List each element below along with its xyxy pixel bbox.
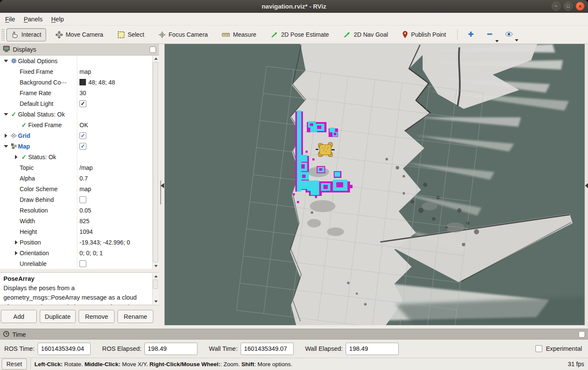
dropdown-arrow-icon[interactable]: [515, 39, 518, 41]
close-button[interactable]: ×: [576, 2, 585, 11]
scroll-up-icon[interactable]: [153, 55, 159, 61]
triangle-right-icon[interactable]: [13, 155, 20, 159]
property-value[interactable]: ✓: [77, 130, 152, 141]
property-value[interactable]: 48; 48; 48: [77, 77, 152, 87]
property-value[interactable]: 0.05: [77, 205, 152, 216]
tree-row-status-ok[interactable]: ✓Status: Ok: [0, 151, 152, 162]
triangle-down-icon[interactable]: [3, 113, 9, 116]
titlebar[interactable]: navigation.rviz* - RViz −□×: [0, 0, 588, 13]
wall-elapsed-input[interactable]: [346, 343, 399, 355]
tree-row-width[interactable]: Width825: [0, 216, 152, 226]
panel-float-button[interactable]: [579, 331, 585, 338]
toolbar-drag-handle[interactable]: [1, 29, 4, 41]
tool-2d-pose-estimate[interactable]: 2D Pose Estimate: [266, 28, 334, 41]
tool-select[interactable]: Select: [113, 28, 149, 41]
triangle-down-icon[interactable]: [3, 60, 9, 62]
triangle-right-icon[interactable]: [13, 240, 20, 245]
property-checkbox[interactable]: ✓: [79, 100, 86, 107]
tree-row-fixed-frame[interactable]: Fixed Framemap: [0, 66, 152, 77]
property-value[interactable]: 30: [77, 87, 152, 98]
tree-row-map[interactable]: Map✓: [0, 141, 152, 151]
scroll-up-icon[interactable]: [153, 273, 159, 279]
experimental-checkbox[interactable]: [535, 345, 542, 352]
3d-viewport[interactable]: [165, 44, 585, 325]
remove-tool-button[interactable]: [482, 29, 497, 41]
scroll-down-icon[interactable]: [153, 298, 159, 304]
triangle-right-icon[interactable]: [13, 251, 20, 255]
right-panel-splitter[interactable]: [585, 44, 588, 325]
collapse-left-icon[interactable]: [161, 183, 164, 188]
property-checkbox[interactable]: [79, 196, 86, 203]
property-value[interactable]: -19.343; -42.996; 0: [77, 237, 152, 248]
property-value[interactable]: [77, 194, 152, 205]
tree-row-alpha[interactable]: Alpha0.7: [0, 173, 152, 184]
property-value[interactable]: 825: [77, 216, 152, 226]
property-value[interactable]: map: [77, 66, 152, 77]
panel-horizontal-splitter[interactable]: [0, 269, 159, 272]
dropdown-arrow-icon[interactable]: [495, 40, 499, 42]
tool-interact[interactable]: Interact: [6, 28, 46, 41]
property-value[interactable]: ✓: [77, 141, 152, 151]
property-checkbox[interactable]: [79, 260, 86, 267]
description-scrollbar[interactable]: [152, 273, 159, 304]
collapse-right-icon[interactable]: [585, 183, 588, 188]
tree-row-color-scheme[interactable]: Color Schememap: [0, 184, 152, 194]
menu-item-panels[interactable]: Panels: [24, 16, 42, 23]
tool-focus-camera[interactable]: Focus Camera: [154, 28, 213, 41]
tree-row-resolution[interactable]: Resolution0.05: [0, 205, 152, 216]
rename-button[interactable]: Rename: [118, 310, 153, 323]
tool-2d-nav-goal[interactable]: 2D Nav Goal: [338, 28, 393, 41]
tree-row-unreliable[interactable]: Unreliable: [0, 258, 152, 269]
menu-item-file[interactable]: File: [5, 16, 15, 23]
wall-time-input[interactable]: [241, 343, 294, 355]
minimize-button[interactable]: −: [552, 2, 561, 11]
property-value[interactable]: OK: [77, 119, 152, 130]
panel-float-button[interactable]: [150, 47, 156, 53]
ros-time-input[interactable]: [38, 343, 91, 355]
tool-measure[interactable]: Measure: [217, 28, 261, 41]
tree-row-frame-rate[interactable]: Frame Rate30: [0, 87, 152, 98]
reset-button[interactable]: Reset: [2, 358, 27, 370]
more-information-link[interactable]: More Information: [89, 303, 136, 305]
experimental-toggle[interactable]: Experimental: [535, 345, 582, 352]
property-value[interactable]: [77, 258, 152, 269]
property-checkbox[interactable]: ✓: [79, 132, 86, 139]
tree-row-height[interactable]: Height1094: [0, 226, 152, 237]
scrollbar-thumb[interactable]: [153, 280, 158, 289]
tree-row-default-light[interactable]: Default Light✓: [0, 98, 152, 109]
panel-vertical-splitter[interactable]: [159, 44, 165, 329]
property-value[interactable]: map: [77, 184, 152, 194]
remove-button[interactable]: Remove: [79, 310, 115, 323]
property-value[interactable]: 0.7: [77, 173, 152, 184]
property-value[interactable]: 1094: [77, 226, 152, 237]
tool-move-camera[interactable]: Move Camera: [51, 28, 108, 41]
displays-panel-header[interactable]: Displays: [0, 44, 159, 55]
property-value[interactable]: 0; 0; 0; 1: [77, 248, 152, 258]
tree-row-global-options[interactable]: Global Options: [0, 55, 152, 66]
tree-row-grid[interactable]: Grid✓: [0, 130, 152, 141]
tree-row-topic[interactable]: Topic/map: [0, 162, 152, 173]
tree-row-background-co[interactable]: Background Co⋯48; 48; 48: [0, 77, 152, 87]
property-value[interactable]: ✓: [77, 98, 152, 109]
add-tool-button[interactable]: [464, 29, 478, 41]
property-checkbox[interactable]: ✓: [79, 143, 86, 150]
triangle-right-icon[interactable]: [3, 134, 9, 138]
tree-row-global-status-ok[interactable]: ✓Global Status: Ok: [0, 109, 152, 119]
menu-item-help[interactable]: Help: [51, 16, 64, 23]
add-button[interactable]: Add: [1, 310, 37, 323]
viewport-bottom-splitter[interactable]: [165, 325, 588, 329]
property-value[interactable]: /map: [77, 162, 152, 173]
tool-visibility-button[interactable]: [501, 29, 517, 40]
tree-scrollbar[interactable]: [152, 55, 159, 269]
scrollbar-thumb[interactable]: [153, 62, 158, 262]
triangle-down-icon[interactable]: [3, 145, 9, 148]
tree-row-draw-behind[interactable]: Draw Behind: [0, 194, 152, 205]
ros-elapsed-input[interactable]: [144, 343, 197, 355]
tree-row-position[interactable]: Position-19.343; -42.996; 0: [0, 237, 152, 248]
maximize-button[interactable]: □: [564, 2, 573, 11]
duplicate-button[interactable]: Duplicate: [40, 310, 76, 323]
tool-publish-point[interactable]: Publish Point: [397, 28, 451, 41]
tree-row-fixed-frame[interactable]: ✓Fixed FrameOK: [0, 119, 152, 130]
time-panel-header[interactable]: Time: [0, 329, 588, 340]
tree-row-orientation[interactable]: Orientation0; 0; 0; 1: [0, 248, 152, 258]
